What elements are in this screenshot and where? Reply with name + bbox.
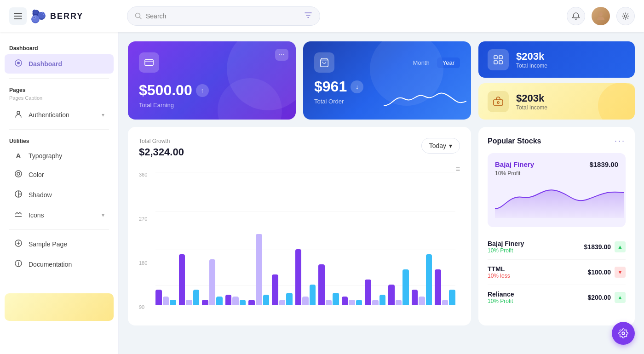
sidebar-item-authentication[interactable]: Authentication ▾ <box>5 105 114 125</box>
search-bar <box>127 6 320 26</box>
hamburger-button[interactable] <box>9 7 27 25</box>
bar-cyan-9 <box>380 295 386 305</box>
search-input[interactable] <box>146 12 300 20</box>
bar-cyan-4 <box>263 295 270 305</box>
earning-icon <box>139 52 159 73</box>
shadow-icon <box>14 190 23 200</box>
sidebar-item-shadow[interactable]: Shadow <box>5 185 114 205</box>
featured-stock-profit: 10% Profit <box>495 170 618 177</box>
featured-chart <box>495 181 624 218</box>
chart-card: Total Growth $2,324.00 Today ▾ ≡ <box>128 127 471 325</box>
today-filter-button[interactable]: Today ▾ <box>421 138 460 154</box>
app-name: BERRY <box>50 11 83 21</box>
svg-point-21 <box>622 332 625 335</box>
bar-group-2 <box>202 172 223 305</box>
y-label-90: 90 <box>139 304 147 310</box>
svg-rect-0 <box>14 13 22 14</box>
bar-purple-8 <box>342 297 348 305</box>
toggle-year-button[interactable]: Year <box>437 57 460 68</box>
svg-rect-16 <box>499 56 502 59</box>
bar-purple-1 <box>179 254 185 305</box>
sidebar-item-dashboard[interactable]: Dashboard <box>5 54 114 74</box>
bar-purple-0 <box>155 290 162 305</box>
earning-menu-button[interactable]: ··· <box>275 49 288 61</box>
fab-settings-button[interactable] <box>612 322 635 345</box>
sidebar-item-typography[interactable]: A Typography <box>5 147 114 164</box>
bar-light-9 <box>372 300 379 305</box>
svg-rect-2 <box>14 18 22 19</box>
auth-icon <box>14 110 23 120</box>
header: 🫐 BERRY <box>0 0 644 32</box>
sample-page-label: Sample Page <box>29 240 67 248</box>
svg-rect-14 <box>145 60 153 66</box>
filter-button[interactable] <box>304 11 312 21</box>
color-icon <box>14 170 23 180</box>
bar-cyan-11 <box>426 254 432 305</box>
bar-group-11 <box>412 172 432 305</box>
avatar[interactable] <box>592 7 610 25</box>
icons-icon <box>14 210 23 220</box>
featured-stock: Bajaj Finery $1839.00 10% Profit <box>488 153 626 227</box>
right-cards: $203k Total Income $203k Total <box>478 41 635 120</box>
bar-cyan-3 <box>240 300 246 305</box>
bar-group-0 <box>155 172 176 305</box>
bar-cyan-1 <box>193 290 200 305</box>
y-label-270: 270 <box>139 216 147 222</box>
section-label-utilities: Utilities <box>0 134 118 146</box>
bar-group-1 <box>179 172 200 305</box>
bar-group-3 <box>225 172 246 305</box>
typography-label: Typography <box>29 152 62 160</box>
section-label-pages: Pages <box>0 83 118 95</box>
stock-row-1: TTML 10% loss $100.00 ▼ <box>488 260 626 285</box>
bar-cyan-6 <box>310 285 316 305</box>
settings-button[interactable] <box>616 7 635 25</box>
svg-rect-18 <box>499 61 502 64</box>
stock-name-0: Bajaj Finery <box>488 240 524 247</box>
toggle-buttons: Month Year <box>408 57 460 68</box>
sidebar-item-icons[interactable]: Icons ▾ <box>5 206 114 225</box>
income-yellow-icon <box>488 91 509 112</box>
order-header: Month Year <box>314 52 460 73</box>
stocks-card: Popular Stocks ··· Bajaj Finery $1839.00… <box>478 127 635 325</box>
bar-light-0 <box>163 297 169 305</box>
bar-purple-12 <box>435 269 441 305</box>
typography-icon: A <box>14 152 23 160</box>
sidebar-item-documentation[interactable]: Documentation <box>5 255 114 274</box>
stock-sub-0: 10% Profit <box>488 247 524 254</box>
sidebar-item-color[interactable]: Color <box>5 165 114 184</box>
bar-light-5 <box>279 300 286 305</box>
auth-chevron: ▾ <box>102 112 104 118</box>
stock-row-2: Reliance 10% Profit $200.00 ▲ <box>488 285 626 310</box>
auth-label: Authentication <box>29 111 69 119</box>
stock-sub-1: 10% loss <box>488 273 510 279</box>
order-card: Month Year $961 ↓ Total Order <box>303 41 471 120</box>
wave-chart <box>384 87 466 115</box>
bar-cyan-10 <box>402 269 409 305</box>
search-icon <box>135 12 142 20</box>
stocks-header: Popular Stocks ··· <box>488 136 626 146</box>
stock-price-0: $1839.00 <box>584 243 611 251</box>
order-icon <box>314 52 334 73</box>
bar-purple-10 <box>388 285 395 305</box>
income-yellow-label: Total Income <box>516 104 547 111</box>
sidebar-item-sample-page[interactable]: Sample Page <box>5 234 114 254</box>
chart-menu-icon[interactable]: ≡ <box>456 165 460 173</box>
toggle-month-button[interactable]: Month <box>408 57 435 68</box>
notification-button[interactable] <box>567 7 585 25</box>
bar-cyan-7 <box>333 293 339 305</box>
stock-badge-0: ▲ <box>615 241 626 252</box>
svg-point-20 <box>497 102 499 103</box>
stocks-menu-button[interactable]: ··· <box>615 136 626 146</box>
stock-price-2: $200.00 <box>587 294 611 301</box>
chart-amount: $2,324.00 <box>139 146 184 158</box>
bar-light-8 <box>349 300 355 305</box>
bar-purple-7 <box>318 264 325 305</box>
bar-light-3 <box>232 297 239 305</box>
income-card-blue: $203k Total Income <box>478 41 635 78</box>
cards-row: ··· $500.00 ↑ Total Earning <box>128 41 635 120</box>
bar-purple-5 <box>272 274 278 305</box>
earning-label: Total Earning <box>139 102 285 108</box>
bar-purple-2 <box>202 300 208 305</box>
chart-header: Total Growth $2,324.00 Today ▾ <box>139 138 460 158</box>
svg-rect-1 <box>14 16 22 17</box>
